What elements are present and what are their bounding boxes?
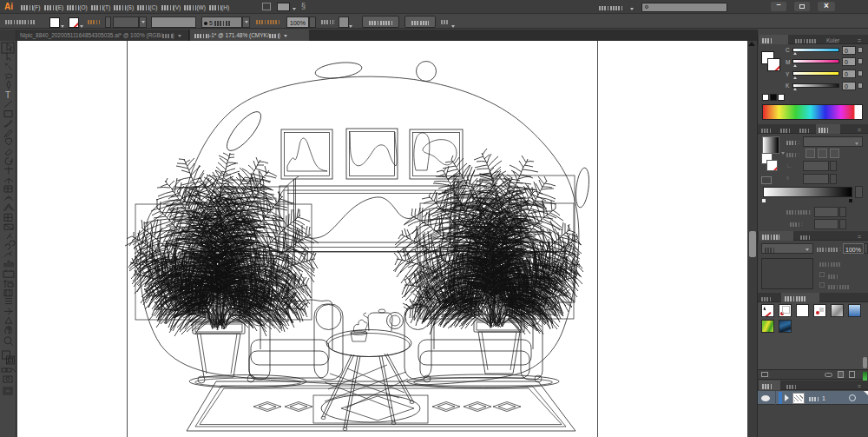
svg-text:T: T	[5, 90, 10, 100]
